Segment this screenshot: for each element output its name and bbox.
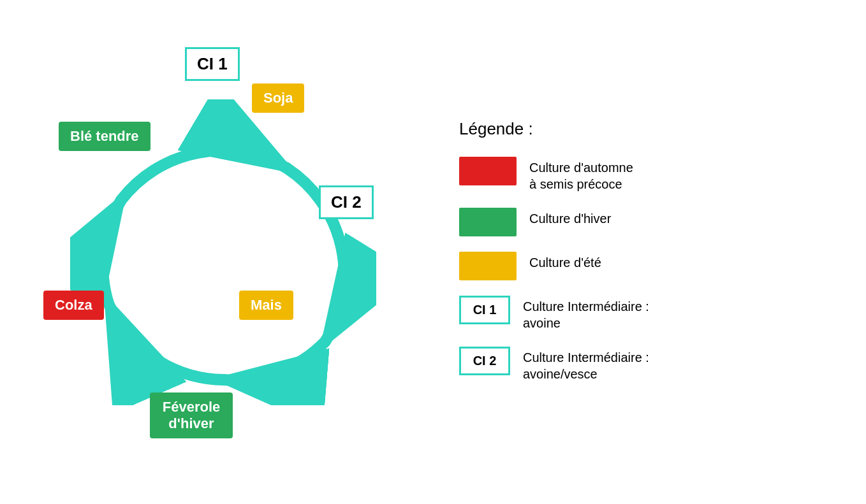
legend-color-orange [459,252,517,280]
crop-soja: Soja [252,83,304,113]
legend-label-ci1: Culture Intermédiaire :avoine [523,296,649,331]
crop-feverole: Féveroled'hiver [150,392,233,439]
main-container: Soja Blé tendre Colza Féveroled'hiver Ma… [0,0,866,504]
legend-color-green [459,208,517,236]
legend-label-red: Culture d'automneà semis précoce [529,157,633,192]
legend-ci1-box: CI 1 [459,296,510,324]
legend-item-ci1: CI 1 Culture Intermédiaire :avoine [459,296,840,331]
cycle-diagram: Soja Blé tendre Colza Féveroled'hiver Ma… [26,23,421,482]
ci1-box: CI 1 [185,47,240,81]
crop-mais: Mais [239,291,293,320]
legend-item-ci2: CI 2 Culture Intermédiaire :avoine/vesce [459,347,840,382]
legend-item-green: Culture d'hiver [459,208,840,236]
ci2-box: CI 2 [319,185,374,219]
crop-ble: Blé tendre [59,122,150,151]
legend-color-red [459,157,517,185]
legend-label-ci2: Culture Intermédiaire :avoine/vesce [523,347,649,382]
legend-item-red: Culture d'automneà semis précoce [459,157,840,192]
legend-ci2-box: CI 2 [459,347,510,375]
legend-label-orange: Culture d'été [529,252,601,271]
legend-label-green: Culture d'hiver [529,208,611,227]
legend-area: Légende : Culture d'automneà semis préco… [421,106,840,398]
legend-title: Légende : [459,119,840,139]
legend-item-orange: Culture d'été [459,252,840,280]
crop-colza: Colza [43,291,104,320]
